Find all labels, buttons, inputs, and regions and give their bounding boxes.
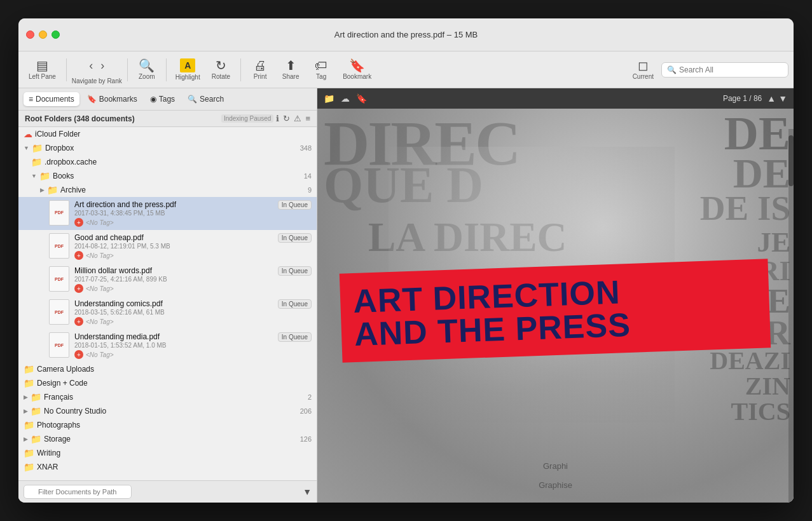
tag-button[interactable]: 🏷 Tag	[307, 57, 335, 83]
pdf-item-art-direction[interactable]: PDF Art direction and the press.pdf 2017…	[18, 197, 317, 230]
navigate-forward-button[interactable]: ›	[97, 55, 108, 76]
menu-icon[interactable]: ≡	[305, 114, 310, 123]
pdf-item-understanding-media[interactable]: PDF Understanding media.pdf 2018-01-15, …	[18, 329, 317, 362]
rotate-label: Rotate	[212, 73, 230, 80]
print-button[interactable]: 🖨 Print	[246, 57, 274, 83]
viewer-nav: ▲ ▼	[767, 93, 787, 104]
tab-tags[interactable]: ◉ Tags	[145, 92, 180, 106]
sidebar-item-books[interactable]: ▼ 📁 Books 14	[18, 169, 317, 183]
pdf-item-good-cheap[interactable]: PDF Good and cheap.pdf 2014-08-12, 12:19…	[18, 230, 317, 263]
tag-icon: 🏷	[315, 59, 327, 72]
sidebar-item-archive[interactable]: ▶ 📁 Archive 9	[18, 183, 317, 197]
pdf-info-media: Understanding media.pdf 2018-01-15, 1:53…	[74, 332, 273, 359]
main-area: ≡ Documents 🔖 Bookmarks ◉ Tags 🔍 Search	[18, 88, 794, 503]
francais-chevron: ▶	[24, 394, 28, 400]
minimize-button[interactable]	[39, 30, 47, 39]
pdf-name-media: Understanding media.pdf	[74, 332, 273, 341]
print-icon: 🖨	[254, 59, 266, 72]
zoom-button[interactable]: 🔍 Zoom	[133, 57, 161, 83]
viewer-next-btn[interactable]: ▼	[778, 93, 787, 104]
navigate-back-button[interactable]: ‹	[85, 55, 97, 76]
writing-label: Writing	[37, 449, 312, 457]
photographs-label: Photographs	[37, 421, 312, 430]
viewer-scrollbar[interactable]	[788, 129, 794, 503]
pdf-name-comics: Understanding comics.pdf	[74, 299, 273, 308]
fullscreen-button[interactable]	[52, 30, 60, 39]
separator-3	[166, 58, 167, 81]
bookmark-icon: 🔖	[349, 59, 365, 72]
queue-badge-media: In Queue	[278, 332, 312, 342]
tab-search[interactable]: 🔍 Search	[182, 92, 229, 106]
writing-icon: 📁	[24, 448, 34, 458]
add-tag-comics[interactable]: +	[74, 317, 83, 326]
sidebar-item-xnar[interactable]: 📁 XNAR	[18, 460, 317, 474]
no-country-chevron: ▶	[24, 408, 28, 414]
no-country-icon: 📁	[31, 406, 41, 416]
search-tab-icon: 🔍	[188, 95, 197, 104]
viewer-left-icons: 📁 ☁ 🔖	[324, 93, 367, 104]
sidebar-item-francais[interactable]: ▶ 📁 Français 2	[18, 390, 317, 404]
viewer-cloud-icon[interactable]: ☁	[341, 93, 350, 104]
sidebar-item-storage[interactable]: ▶ 📁 Storage 126	[18, 432, 317, 446]
tab-bookmarks[interactable]: 🔖 Bookmarks	[82, 92, 142, 106]
viewer-prev-btn[interactable]: ▲	[767, 93, 776, 104]
francais-count: 2	[308, 393, 312, 401]
bookmark-button[interactable]: 🔖 Bookmark	[338, 57, 376, 83]
dropbox-label: Dropbox	[45, 144, 298, 152]
rotate-icon: ↻	[216, 59, 226, 72]
pdf-thumb-good-cheap: PDF	[49, 233, 69, 259]
pdf-meta-good-cheap: 2014-08-12, 12:19:01 PM, 5.3 MB	[74, 243, 273, 250]
xnar-icon: 📁	[24, 462, 34, 472]
no-tag-comics: <No Tag>	[86, 318, 114, 325]
filter-bar: 🔍 ▼	[18, 480, 317, 503]
close-button[interactable]	[26, 30, 34, 39]
tab-documents-label: Documents	[36, 95, 74, 104]
filter-input[interactable]	[24, 485, 132, 499]
sidebar-item-no-country[interactable]: ▶ 📁 No Country Studio 206	[18, 404, 317, 418]
add-tag-media[interactable]: +	[74, 350, 83, 359]
scrollbar-thumb[interactable]	[788, 135, 794, 186]
bottom-caption-2: Graphise	[539, 480, 572, 490]
books-icon: 📁	[39, 171, 50, 181]
pdf-item-million-dollar[interactable]: PDF Million dollar words.pdf 2017-07-25,…	[18, 263, 317, 296]
sidebar: ≡ Documents 🔖 Bookmarks ◉ Tags 🔍 Search	[18, 88, 317, 503]
share-button[interactable]: ⬆ Share	[277, 57, 305, 83]
pdf-info-good-cheap: Good and cheap.pdf 2014-08-12, 12:19:01 …	[74, 233, 273, 260]
viewer-folder-icon[interactable]: 📁	[324, 93, 334, 104]
add-tag-good[interactable]: +	[74, 251, 83, 260]
filter-funnel-icon[interactable]: ▼	[303, 487, 312, 497]
viewer-bookmark-icon[interactable]: 🔖	[356, 93, 367, 104]
search-box: 🔍	[661, 62, 788, 78]
refresh-icon[interactable]: ↻	[283, 114, 290, 123]
sidebar-icon: ▤	[36, 59, 48, 72]
warning-icon[interactable]: ⚠	[294, 114, 301, 123]
pdf-item-understanding-comics[interactable]: PDF Understanding comics.pdf 2018-03-15,…	[18, 296, 317, 329]
left-pane-label: Left Pane	[29, 73, 56, 80]
highlight-button[interactable]: Highlight	[172, 56, 204, 83]
tab-documents[interactable]: ≡ Documents	[24, 92, 79, 106]
search-input[interactable]	[679, 65, 783, 74]
add-tag-million[interactable]: +	[74, 284, 83, 293]
sidebar-item-dropbox[interactable]: ▼ 📁 Dropbox 348	[18, 141, 317, 155]
dropbox-cache-label: .dropbox.cache	[45, 158, 312, 166]
sidebar-item-design-code[interactable]: 📁 Design + Code	[18, 376, 317, 390]
francais-label: Français	[44, 393, 305, 402]
rotate-button[interactable]: ↻ Rotate	[207, 57, 235, 83]
sidebar-item-dropbox-cache[interactable]: 📁 .dropbox.cache	[18, 155, 317, 169]
main-toolbar: ▤ Left Pane ‹ › Navigate by Rank 🔍 Zoom …	[18, 51, 794, 88]
navigate-label: Navigate by Rank	[72, 78, 122, 85]
add-tag-art[interactable]: +	[74, 218, 83, 227]
sidebar-info-icons: ℹ ↻ ⚠ ≡	[276, 114, 310, 123]
pdf-info-comics: Understanding comics.pdf 2018-03-15, 5:6…	[74, 299, 273, 326]
sidebar-item-icloud[interactable]: ☁ iCloud Folder	[18, 127, 317, 141]
info-icon[interactable]: ℹ	[276, 114, 279, 123]
app-window: Art direction and the press.pdf – 15 MB …	[18, 18, 794, 503]
sidebar-header: Root Folders (348 documents) Indexing Pa…	[18, 111, 317, 127]
pdf-tag-row-comics: + <No Tag>	[74, 317, 273, 326]
books-chevron: ▼	[31, 173, 37, 179]
sidebar-item-photographs[interactable]: 📁 Photographs	[18, 418, 317, 432]
sidebar-item-camera-uploads[interactable]: 📁 Camera Uploads	[18, 362, 317, 376]
sidebar-item-writing[interactable]: 📁 Writing	[18, 446, 317, 460]
left-pane-button[interactable]: ▤ Left Pane	[24, 57, 61, 83]
current-button[interactable]: ◻ Current	[628, 57, 659, 83]
